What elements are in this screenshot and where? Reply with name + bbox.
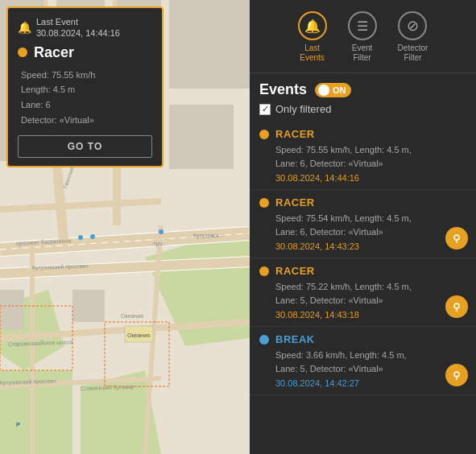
svg-rect-20 [169,0,250,89]
svg-point-25 [90,234,95,239]
location-button[interactable] [445,364,468,386]
event-item[interactable]: BREAK Speed: 3.66 km/h, Length: 4.5 m,La… [250,327,476,395]
location-button[interactable] [445,295,468,318]
event-item-header: RACER [259,196,466,208]
event-details: Speed: 75.22 km/h, Length: 4.5 m,Lane: 5… [259,280,466,307]
location-icon [451,301,462,312]
location-button[interactable] [445,227,468,250]
detector-filter-icon: ⊘ [398,11,427,40]
event-popup: 🔔 Last Event 30.08.2024, 14:44:16 Racer … [6,6,163,167]
event-details: Speed: 3.66 km/h, Length: 4.5 m,Lane: 5,… [259,349,466,375]
svg-text:Океания: Океания [121,313,143,319]
toggle-knob [318,85,329,96]
svg-text:Кутузовск...: Кутузовск... [193,233,223,239]
svg-rect-22 [0,290,24,330]
event-dot [259,335,269,345]
event-dot [259,198,269,208]
svg-rect-21 [169,105,234,169]
last-events-icon: 🔔 [298,11,327,40]
svg-point-26 [159,229,163,234]
toggle-label: ON [333,85,346,95]
event-dot [259,130,269,139]
popup-details: Speed: 75.55 km/h Length: 4.5 m Lane: 6 … [18,68,152,128]
svg-rect-23 [72,290,105,322]
map-area[interactable]: проспект Багратиона Кутузовский проспект… [0,0,250,454]
popup-header: 🔔 Last Event 30.08.2024, 14:44:16 [18,16,152,39]
event-item-header: RACER [259,128,466,140]
nav-event-filter[interactable]: ☰ EventFilter [341,8,383,66]
only-filtered-row[interactable]: ✓ Only filtered [250,103,476,122]
goto-button[interactable]: GO TO [18,135,152,158]
event-name: RACER [275,128,315,140]
event-item[interactable]: RACER Speed: 75.55 km/h, Length: 4.5 m,L… [250,122,476,190]
svg-point-43 [454,303,459,308]
popup-name: Racer [18,44,152,61]
svg-text:Океания: Океания [127,332,150,338]
event-filter-label: EventFilter [352,43,373,63]
svg-text:P: P [16,421,21,428]
nav-icons: 🔔 LastEvents ☰ EventFilter ⊘ DetectorFil… [250,0,476,73]
event-timestamp: 30.08.2024, 14:43:18 [259,310,466,320]
racer-name: Racer [34,44,74,61]
event-timestamp: 30.08.2024, 14:44:16 [259,173,466,183]
bell-icon: 🔔 [18,21,31,34]
event-name: RACER [275,265,315,277]
event-item[interactable]: RACER Speed: 75.54 km/h, Length: 4.5 m,L… [250,190,476,258]
events-header: Events ON [250,73,476,103]
nav-last-events[interactable]: 🔔 LastEvents [292,8,333,66]
nav-detector-filter[interactable]: ⊘ DetectorFilter [391,8,435,66]
event-details: Speed: 75.55 km/h, Length: 4.5 m,Lane: 6… [259,143,466,170]
svg-point-41 [454,235,459,240]
event-filter-icon: ☰ [348,11,377,40]
svg-text:про...: про... [153,241,167,247]
event-timestamp: 30.08.2024, 14:42:27 [259,378,466,388]
checkmark-icon: ✓ [262,105,269,114]
event-name: RACER [275,196,315,208]
svg-point-24 [78,235,83,240]
popup-title: Last Event 30.08.2024, 14:44:16 [36,16,120,39]
event-dot [259,266,269,276]
event-item-header: BREAK [259,333,466,345]
event-item[interactable]: RACER Speed: 75.22 km/h, Length: 4.5 m,L… [250,258,476,327]
right-panel: 🔔 LastEvents ☰ EventFilter ⊘ DetectorFil… [250,0,476,454]
events-list[interactable]: RACER Speed: 75.55 km/h, Length: 4.5 m,L… [250,122,476,454]
last-events-label: LastEvents [300,43,325,63]
only-filtered-checkbox[interactable]: ✓ [259,104,271,115]
events-toggle[interactable]: ON [315,83,351,97]
event-item-header: RACER [259,265,466,277]
only-filtered-label: Only filtered [275,103,331,115]
events-title: Events [259,81,307,98]
location-icon [451,369,462,381]
event-details: Speed: 75.54 km/h, Length: 4.5 m,Lane: 6… [259,212,466,238]
event-name: BREAK [275,333,315,345]
detector-filter-label: DetectorFilter [398,43,428,63]
location-icon [451,233,462,244]
status-dot [18,47,27,57]
svg-point-45 [454,372,459,377]
event-timestamp: 30.08.2024, 14:43:23 [259,241,466,251]
